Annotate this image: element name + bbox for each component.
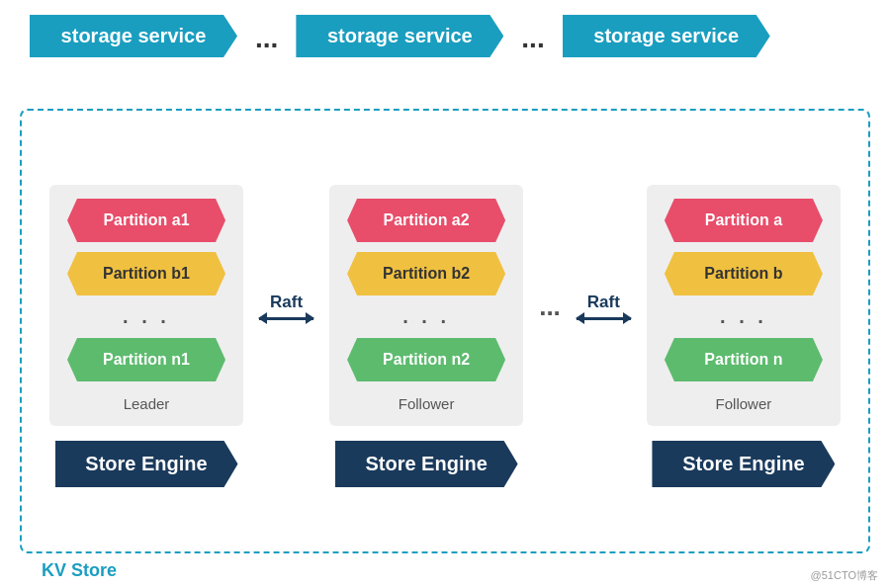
- watermark: @51CTO博客: [811, 568, 878, 583]
- storage-service-2: storage service: [296, 15, 503, 57]
- partition-n1: Partition n1: [67, 338, 225, 381]
- partition-group-3: Partition a Partition b . . . Partition …: [647, 185, 841, 426]
- top-row: storage service ... storage service ... …: [30, 15, 860, 57]
- partition-a1: Partition a1: [67, 199, 225, 242]
- partition-group-1: Partition a1 Partition b1 . . . Partitio…: [49, 185, 243, 426]
- role-leader: Leader: [124, 395, 170, 412]
- node-column-1: Partition a1 Partition b1 . . . Partitio…: [49, 185, 243, 487]
- storage-service-3: storage service: [563, 15, 770, 57]
- node-column-2: Partition a2 Partition b2 . . . Partitio…: [329, 185, 523, 487]
- raft-bidirectional-2: [577, 317, 631, 320]
- store-engine-1: Store Engine: [55, 441, 238, 487]
- role-follower-1: Follower: [399, 395, 455, 412]
- kv-store-container: Partition a1 Partition b1 . . . Partitio…: [20, 109, 870, 553]
- store-engine-2: Store Engine: [335, 441, 518, 487]
- raft-bidirectional-1: [259, 317, 313, 320]
- partition-b2: Partition b2: [347, 252, 505, 295]
- raft-group-1: Raft: [259, 293, 313, 320]
- raft-group-2: Raft: [577, 293, 631, 320]
- role-follower-2: Follower: [716, 395, 772, 412]
- store-engine-3: Store Engine: [652, 441, 835, 487]
- top-dots-2: ...: [521, 18, 544, 54]
- partition-a2: Partition a2: [347, 199, 505, 242]
- main-container: storage service ... storage service ... …: [0, 0, 890, 588]
- partition-b: Partition b: [665, 252, 823, 295]
- node-column-3: Partition a Partition b . . . Partition …: [647, 185, 841, 487]
- raft-arrow-2: [577, 317, 631, 320]
- middle-dots: ...: [539, 292, 561, 322]
- kv-store-label: KV Store: [42, 560, 117, 581]
- raft-label-1: Raft: [270, 293, 303, 312]
- partition-dots-3: . . .: [720, 305, 767, 328]
- kv-inner: Partition a1 Partition b1 . . . Partitio…: [22, 111, 868, 551]
- partition-n: Partition n: [665, 338, 823, 381]
- raft-arrow-1: [259, 317, 313, 320]
- partition-dots-1: . . .: [123, 305, 170, 328]
- raft-label-2: Raft: [587, 293, 620, 312]
- partition-n2: Partition n2: [347, 338, 505, 381]
- storage-service-1: storage service: [30, 15, 237, 57]
- top-dots: ...: [255, 18, 278, 54]
- partition-dots-2: . . .: [402, 305, 450, 328]
- partition-b1: Partition b1: [67, 252, 225, 295]
- partition-group-2: Partition a2 Partition b2 . . . Partitio…: [329, 185, 523, 426]
- partition-a: Partition a: [665, 199, 823, 242]
